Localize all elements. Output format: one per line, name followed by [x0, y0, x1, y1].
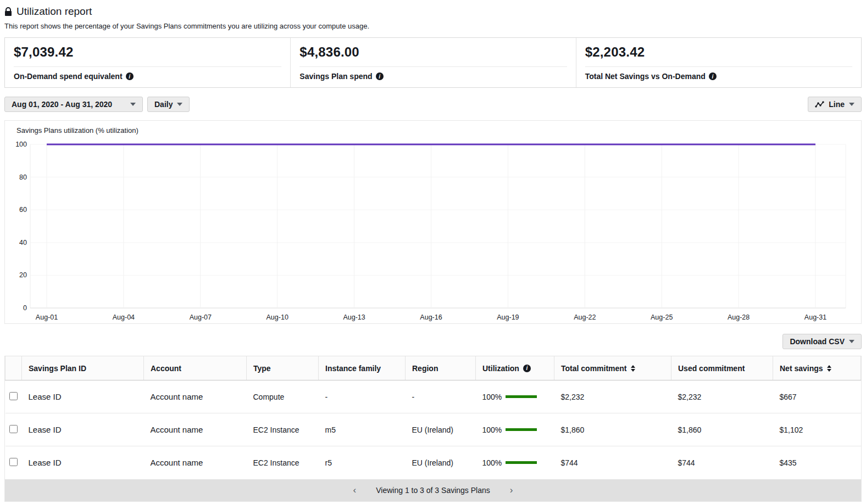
cell-region: EU (Ireland) [406, 446, 476, 479]
cell-savings-plan-id: Lease ID [22, 413, 144, 446]
chevron-down-icon [849, 103, 854, 106]
chart-controls: Aug 01, 2020 - Aug 31, 2020 Daily Line [4, 97, 862, 112]
date-range-dropdown[interactable]: Aug 01, 2020 - Aug 31, 2020 [4, 97, 143, 112]
svg-text:0: 0 [23, 304, 27, 312]
utilization-bar [506, 428, 537, 431]
table-row: Lease ID Account name EC2 Instance r5 EU… [5, 446, 861, 479]
cell-total-commitment: $1,860 [554, 413, 671, 446]
cell-account: Account name [144, 413, 247, 446]
chevron-right-icon[interactable]: › [510, 485, 513, 495]
svg-text:Aug-13: Aug-13 [343, 313, 365, 321]
row-checkbox[interactable] [9, 458, 18, 466]
card-label: Savings Plan spend [299, 72, 372, 81]
cell-net-savings: $1,102 [773, 413, 861, 446]
cell-net-savings: $667 [773, 380, 861, 413]
cell-account: Account name [144, 446, 247, 479]
info-icon[interactable]: i [709, 72, 717, 80]
header-account: Account [144, 356, 247, 380]
cell-total-commitment: $2,232 [554, 380, 671, 413]
table-pagination: ‹ Viewing 1 to 3 of 3 Savings Plans › [5, 479, 861, 501]
card-label: On-Demand spend equivalent [14, 72, 123, 81]
lock-icon [4, 7, 12, 16]
row-checkbox[interactable] [9, 392, 18, 400]
cell-utilization: 100% [482, 458, 502, 467]
utilization-line-chart: 020406080100Aug-01Aug-04Aug-07Aug-10Aug-… [5, 137, 861, 324]
cell-savings-plan-id: Lease ID [22, 446, 144, 479]
page-header: Utilization report [4, 5, 862, 18]
card-savings-plan-spend: $4,836.00 Savings Plan spend i [290, 38, 575, 87]
card-divider [14, 66, 281, 67]
header-instance-family: Instance family [319, 356, 406, 380]
svg-text:60: 60 [19, 206, 27, 214]
download-csv-button[interactable]: Download CSV [782, 334, 862, 349]
cell-type: EC2 Instance [247, 413, 319, 446]
header-region: Region [406, 356, 476, 380]
cell-type: Compute [247, 380, 319, 413]
svg-text:Aug-22: Aug-22 [574, 313, 596, 321]
card-value: $4,836.00 [299, 44, 567, 60]
cell-region: EU (Ireland) [406, 413, 476, 446]
svg-text:Aug-19: Aug-19 [497, 313, 519, 321]
utilization-bar [506, 395, 537, 398]
utilization-chart-panel: Savings Plans utilization (% utilization… [4, 120, 862, 324]
page-description: This report shows the percentage of your… [4, 22, 862, 30]
line-chart-icon [815, 101, 824, 108]
card-ondemand-spend: $7,039.42 On-Demand spend equivalent i [5, 38, 290, 87]
svg-text:40: 40 [19, 239, 27, 247]
svg-text:80: 80 [19, 173, 27, 181]
utilization-report-page: Utilization report This report shows the… [0, 0, 866, 502]
card-value: $2,203.42 [585, 44, 852, 60]
chevron-down-icon [849, 340, 854, 343]
card-net-savings: $2,203.42 Total Net Savings vs On-Demand… [576, 38, 861, 87]
pagination-label: Viewing 1 to 3 of 3 Savings Plans [376, 486, 490, 495]
cell-savings-plan-id: Lease ID [22, 380, 144, 413]
card-divider [585, 66, 852, 67]
chart-type-dropdown[interactable]: Line [808, 97, 862, 112]
header-utilization: Utilization i [476, 356, 554, 380]
chevron-down-icon [177, 103, 182, 106]
cell-instance-family: m5 [319, 413, 406, 446]
row-checkbox[interactable] [9, 425, 18, 433]
page-title: Utilization report [16, 5, 92, 18]
header-type: Type [247, 356, 319, 380]
table-row: Lease ID Account name Compute - - 100% $… [5, 380, 861, 413]
svg-text:Aug-28: Aug-28 [728, 313, 750, 321]
cell-utilization: 100% [482, 425, 502, 434]
card-label: Total Net Savings vs On-Demand [585, 72, 706, 81]
cell-total-commitment: $744 [554, 446, 671, 479]
svg-text:Aug-07: Aug-07 [190, 313, 212, 321]
svg-text:Aug-16: Aug-16 [420, 313, 442, 321]
download-row: Download CSV [4, 334, 862, 349]
cell-utilization: 100% [482, 393, 502, 401]
utilization-bar [506, 461, 537, 464]
cell-region: - [406, 380, 476, 413]
info-icon[interactable]: i [376, 72, 384, 80]
chevron-down-icon [130, 103, 136, 106]
cell-used-commitment: $744 [671, 446, 773, 479]
svg-text:Aug-10: Aug-10 [267, 313, 288, 321]
cell-instance-family: r5 [319, 446, 406, 479]
download-csv-label: Download CSV [790, 337, 845, 346]
chevron-left-icon[interactable]: ‹ [353, 485, 357, 495]
card-value: $7,039.42 [14, 44, 281, 60]
svg-text:Aug-04: Aug-04 [113, 313, 135, 321]
cell-used-commitment: $1,860 [671, 413, 773, 446]
info-icon[interactable]: i [523, 365, 531, 372]
header-net-savings[interactable]: Net savings [773, 356, 861, 380]
info-icon[interactable]: i [126, 72, 134, 80]
granularity-dropdown[interactable]: Daily [147, 97, 190, 112]
table-header-row: Savings Plan ID Account Type Instance fa… [5, 356, 861, 380]
header-total-commitment[interactable]: Total commitment [554, 356, 671, 380]
cell-type: EC2 Instance [247, 446, 319, 479]
header-savings-plan-id: Savings Plan ID [22, 356, 144, 380]
chart-type-value: Line [829, 100, 845, 109]
svg-text:Aug-01: Aug-01 [36, 313, 58, 321]
chart-title: Savings Plans utilization (% utilization… [5, 126, 861, 135]
svg-text:Aug-25: Aug-25 [651, 313, 673, 321]
cell-net-savings: $435 [773, 446, 861, 479]
sort-icon [631, 365, 635, 372]
cell-account: Account name [144, 380, 247, 413]
sort-icon [827, 365, 831, 372]
date-range-value: Aug 01, 2020 - Aug 31, 2020 [12, 100, 112, 109]
svg-text:20: 20 [19, 271, 27, 279]
